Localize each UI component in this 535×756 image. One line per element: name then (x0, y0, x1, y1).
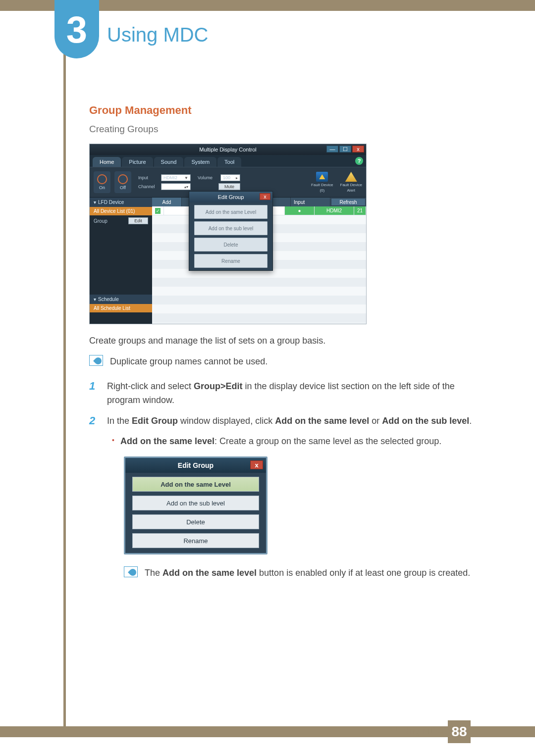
content: Group Management Creating Groups Multipl… (89, 104, 476, 580)
volume-label: Volume (198, 175, 217, 180)
minimize-button[interactable]: — (326, 146, 338, 152)
step-number: 1 (89, 380, 98, 407)
grid-header-input: Input (291, 198, 330, 206)
popup-close-button[interactable]: x (260, 193, 270, 200)
power-group: On Off (94, 171, 131, 193)
sidebar-all-device[interactable]: All Device List (01) (90, 207, 152, 215)
chevron-down-icon: ▾ (94, 297, 96, 302)
popup-title: Edit Group x (189, 192, 272, 202)
bullet-1: • Add on the same level: Create a group … (112, 435, 476, 449)
subsection-title: Creating Groups (89, 124, 476, 135)
popup-item-delete[interactable]: Delete (194, 238, 268, 252)
edit-group-popup: Edit Group x Add on the same Level Add o… (189, 191, 273, 271)
fault2-l1: Fault Device (340, 183, 362, 187)
tab-tool[interactable]: Tool (217, 157, 241, 167)
volume-field[interactable]: 100 ▸ (220, 174, 240, 181)
popup2-item-rename[interactable]: Rename (132, 533, 259, 548)
row-input-value: HDMI2 (315, 206, 354, 215)
row-checkbox[interactable]: ✓ (152, 206, 164, 215)
refresh-button[interactable]: Refresh (331, 198, 366, 206)
add-button[interactable]: Add (152, 198, 182, 206)
channel-label: Channel (138, 184, 158, 189)
edit-button[interactable]: Edit (128, 217, 148, 224)
popup-item-add-sub[interactable]: Add on the sub level (194, 221, 268, 235)
popup-item-rename[interactable]: Rename (194, 254, 268, 268)
section-title: Group Management (89, 104, 476, 117)
tab-sound[interactable]: Sound (154, 157, 184, 167)
sidebar-group-label: Group (94, 218, 107, 224)
bullet-icon: • (112, 435, 114, 449)
edit-group-figure: Edit Group x Add on the same Level Add o… (124, 456, 268, 554)
window-buttons: — ☐ x (326, 146, 364, 152)
chevron-down-icon: ▼ (184, 176, 188, 180)
popup2-item-add-sub[interactable]: Add on the sub level (132, 496, 259, 510)
sidebar-schedule-header[interactable]: ▾ Schedule (90, 295, 152, 304)
step-1: 1 Right-click and select Group>Edit in t… (89, 380, 476, 407)
mute-button[interactable]: Mute (218, 183, 240, 190)
fault1-l1: Fault Device (311, 183, 333, 187)
input-group: Input HDMI2 ▼ Channel ▴▾ (138, 174, 191, 190)
popup2-title: Edit Group x (125, 458, 266, 473)
chevron-down-icon: ▾ (94, 200, 96, 205)
popup2-close-button[interactable]: x (250, 460, 263, 469)
volume-group: Volume 100 ▸ Mute (198, 174, 240, 190)
step-2: 2 In the Edit Group window displayed, cl… (89, 414, 476, 428)
note-row: Duplicate group names cannot be used. (89, 355, 476, 369)
tab-row: Home Picture Sound System Tool (90, 155, 366, 167)
footer-text: 3 Using MDC (388, 726, 443, 736)
popup2-item-delete[interactable]: Delete (132, 514, 259, 529)
bullet-1-text: Add on the same level: Create a group on… (120, 435, 441, 449)
step-1-text: Right-click and select Group>Edit in the… (107, 380, 476, 407)
side-bar (63, 0, 66, 726)
maximize-button[interactable]: ☐ (339, 146, 351, 152)
warning-icon (345, 172, 357, 182)
popup2-item-add-same[interactable]: Add on the same Level (132, 477, 259, 492)
note-row-2: The Add on the same level button is enab… (124, 566, 476, 580)
power-on-label: On (99, 185, 105, 190)
fault-group: Fault Device (0) Fault Device Alert (311, 172, 362, 193)
intro-text: Create groups and manage the list of set… (89, 334, 476, 348)
fault1-l2: (0) (320, 188, 324, 193)
note-2-text: The Add on the same level button is enab… (145, 566, 470, 580)
note-text: Duplicate group names cannot be used. (110, 355, 268, 369)
input-value: HDMI2 (163, 175, 183, 180)
power-off-button[interactable]: Off (114, 171, 131, 193)
sidebar-lfd-header[interactable]: ▾ LFD Device (90, 198, 152, 207)
power-on-button[interactable]: On (94, 171, 110, 193)
chapter-title: Using MDC (107, 24, 208, 46)
chapter-badge: 3 (54, 0, 99, 58)
popup-item-add-same[interactable]: Add on the same Level (194, 205, 268, 219)
volume-value: 100 (223, 175, 236, 180)
help-icon[interactable]: ? (355, 157, 363, 165)
sidebar-lfd-label: LFD Device (98, 200, 124, 205)
step-2-text: In the Edit Group window displayed, clic… (107, 414, 472, 428)
power-off-label: Off (120, 185, 126, 190)
tab-home[interactable]: Home (93, 157, 121, 167)
step-number: 2 (89, 414, 98, 428)
fault-device-count[interactable]: Fault Device (0) (311, 172, 333, 193)
sidebar-schedule-label: Schedule (98, 297, 119, 302)
row-power: ● (285, 206, 315, 215)
sidebar-all-schedule[interactable]: All Schedule List (90, 304, 152, 312)
input-select[interactable]: HDMI2 ▼ (161, 174, 191, 181)
monitor-warning-icon (316, 172, 328, 182)
popup2-title-text: Edit Group (178, 461, 214, 469)
channel-select[interactable]: ▴▾ (161, 183, 191, 190)
fault2-l2: Alert (347, 188, 355, 193)
close-button[interactable]: x (352, 146, 364, 152)
power-icon (118, 174, 128, 184)
window-titlebar: Multiple Display Control — ☐ x (90, 144, 366, 155)
row-number: 21 (354, 206, 366, 215)
popup-title-text: Edit Group (218, 194, 244, 200)
tab-picture[interactable]: Picture (122, 157, 153, 167)
input-label: Input (138, 175, 158, 180)
fault-device-alert[interactable]: Fault Device Alert (340, 172, 362, 193)
note-icon (89, 355, 103, 366)
stepper-icon: ▴▾ (184, 185, 188, 189)
note-icon (124, 566, 138, 577)
power-icon (97, 174, 107, 184)
chevron-right-icon: ▸ (236, 176, 238, 180)
tab-system[interactable]: System (184, 157, 216, 167)
sidebar-group-row: Group Edit (90, 215, 152, 226)
screenshot-main: Multiple Display Control — ☐ x ? Home Pi… (89, 144, 367, 324)
